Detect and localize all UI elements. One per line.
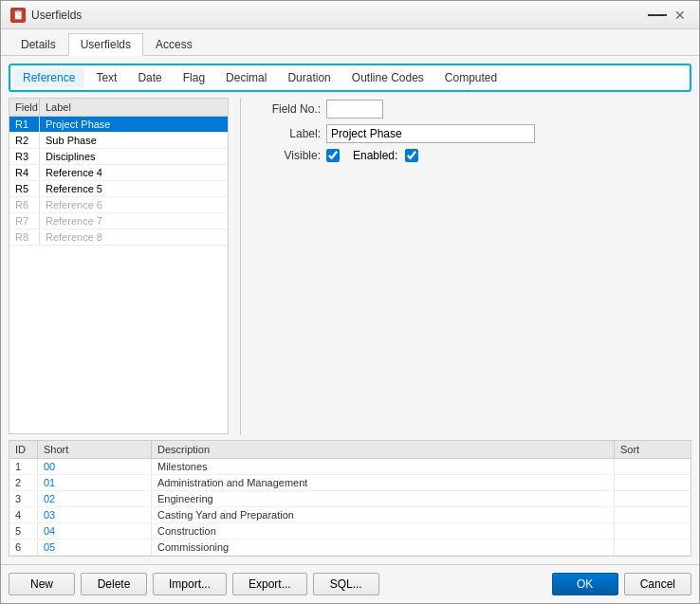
visible-label: Visible:	[254, 149, 321, 162]
field-ref: R1	[9, 117, 40, 132]
export-button[interactable]: Export...	[232, 573, 307, 595]
table-body: 1 00 Milestones 2 01 Administration and …	[9, 459, 691, 556]
table-header: ID Short Description Sort	[9, 441, 691, 459]
field-no-label: Field No.:	[254, 102, 321, 116]
right-panel: Field No.: Label: Visible: Enabled:	[252, 98, 691, 434]
field-no-input[interactable]	[326, 100, 383, 119]
td-short: 01	[38, 475, 152, 490]
inner-tab-strip: Reference Text Date Flag Decimal Duratio…	[9, 64, 691, 92]
td-desc: Construction	[152, 523, 615, 539]
td-sort	[615, 475, 691, 490]
td-sort	[615, 491, 691, 506]
sql-button[interactable]: SQL...	[313, 573, 379, 595]
td-short: 02	[38, 491, 152, 506]
field-label: Project Phase	[40, 117, 228, 132]
main-dialog: 📋 Userfields ✕ Details Userfields Access…	[0, 0, 700, 604]
tab-access[interactable]: Access	[143, 33, 205, 55]
td-desc: Casting Yard and Preparation	[152, 507, 615, 522]
table-row[interactable]: 2 01 Administration and Management	[9, 475, 691, 491]
field-row[interactable]: R7 Reference 7	[9, 213, 228, 229]
minimize-icon[interactable]	[648, 14, 667, 16]
field-row[interactable]: R2 Sub Phase	[9, 133, 228, 149]
enabled-checkbox[interactable]	[405, 149, 418, 162]
field-row[interactable]: R1 Project Phase	[9, 117, 228, 133]
import-button[interactable]: Import...	[153, 573, 227, 595]
visible-row: Visible: Enabled:	[254, 149, 690, 162]
td-sort	[615, 540, 691, 555]
new-button[interactable]: New	[9, 573, 75, 595]
td-sort	[615, 507, 691, 522]
td-desc: Commissioning	[152, 540, 615, 555]
td-sort	[615, 523, 691, 539]
th-short: Short	[38, 441, 152, 458]
field-row[interactable]: R8 Reference 8	[9, 229, 228, 246]
td-desc: Administration and Management	[152, 475, 615, 490]
inner-tab-text[interactable]: Text	[86, 68, 126, 87]
field-list: R1 Project Phase R2 Sub Phase R3 Discipl…	[9, 117, 228, 433]
td-id: 3	[9, 491, 38, 506]
ok-button[interactable]: OK	[552, 573, 618, 595]
visible-checkbox[interactable]	[326, 149, 340, 162]
inner-tab-duration[interactable]: Duration	[278, 68, 340, 87]
field-row[interactable]: R6 Reference 6	[9, 197, 228, 213]
field-ref: R7	[9, 213, 40, 229]
field-ref: R4	[9, 165, 40, 180]
panel-divider	[240, 98, 241, 434]
table-row[interactable]: 3 02 Engineering	[9, 491, 691, 507]
field-no-row: Field No.:	[254, 100, 690, 119]
label-input[interactable]	[326, 124, 535, 143]
app-icon: 📋	[10, 8, 26, 23]
bottom-bar: New Delete Import... Export... SQL... OK…	[1, 564, 699, 603]
field-row[interactable]: R4 Reference 4	[9, 165, 228, 181]
inner-tab-computed[interactable]: Computed	[435, 68, 507, 87]
title-bar: 📋 Userfields ✕	[1, 1, 699, 29]
table-row[interactable]: 6 05 Commissioning	[9, 540, 691, 556]
field-ref: R5	[9, 181, 40, 196]
th-description: Description	[152, 441, 615, 458]
inner-tab-decimal[interactable]: Decimal	[216, 68, 276, 87]
main-area: Field Label R1 Project Phase R2 Sub Phas…	[9, 98, 691, 434]
field-ref: R2	[9, 133, 40, 148]
tab-userfields[interactable]: Userfields	[68, 33, 143, 56]
field-row[interactable]: R5 Reference 5	[9, 181, 228, 197]
field-label: Reference 5	[40, 181, 228, 196]
td-short: 05	[38, 540, 152, 555]
td-id: 4	[9, 507, 38, 522]
field-row[interactable]: R3 Disciplines	[9, 149, 228, 165]
col-header-field: Field	[9, 99, 40, 116]
table-row[interactable]: 5 04 Construction	[9, 523, 691, 540]
td-id: 6	[9, 540, 38, 555]
delete-button[interactable]: Delete	[81, 573, 147, 595]
content-area: Reference Text Date Flag Decimal Duratio…	[1, 56, 699, 564]
table-row[interactable]: 1 00 Milestones	[9, 459, 691, 475]
td-short: 03	[38, 507, 152, 522]
visible-checkbox-item	[326, 149, 340, 162]
field-label: Reference 4	[40, 165, 228, 180]
field-list-header: Field Label	[9, 99, 228, 117]
col-header-label: Label	[40, 99, 228, 116]
td-id: 5	[9, 523, 38, 539]
label-row: Label:	[254, 124, 690, 143]
tab-details[interactable]: Details	[9, 33, 68, 55]
cancel-button[interactable]: Cancel	[624, 573, 691, 595]
enabled-checkbox-item: Enabled:	[353, 149, 418, 162]
td-id: 1	[9, 459, 38, 474]
field-ref: R6	[9, 197, 40, 212]
field-label: Reference 8	[40, 229, 228, 245]
label-label: Label:	[254, 127, 321, 140]
inner-tab-reference[interactable]: Reference	[13, 68, 84, 87]
field-list-panel: Field Label R1 Project Phase R2 Sub Phas…	[9, 98, 229, 434]
dialog-title: Userfields	[31, 9, 82, 22]
td-id: 2	[9, 475, 38, 490]
inner-tab-outline-codes[interactable]: Outline Codes	[342, 68, 433, 87]
td-short: 04	[38, 523, 152, 539]
td-short: 00	[38, 459, 152, 474]
inner-tab-date[interactable]: Date	[128, 68, 171, 87]
field-label: Disciplines	[40, 149, 228, 164]
data-table: ID Short Description Sort 1 00 Milestone…	[9, 440, 691, 557]
field-label: Reference 7	[40, 213, 228, 229]
table-row[interactable]: 4 03 Casting Yard and Preparation	[9, 507, 691, 523]
th-id: ID	[9, 441, 38, 458]
inner-tab-flag[interactable]: Flag	[174, 68, 214, 87]
close-button[interactable]: ✕	[671, 6, 690, 25]
